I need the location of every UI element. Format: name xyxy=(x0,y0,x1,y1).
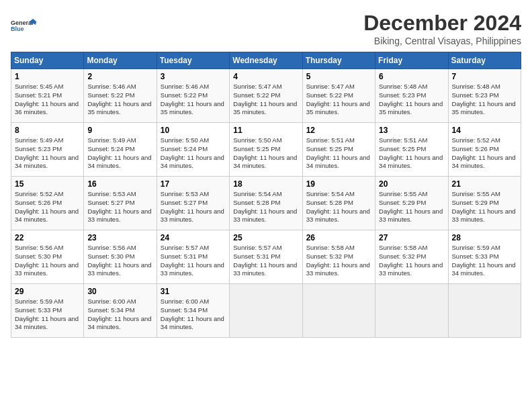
calendar-cell: 20 Sunrise: 5:55 AMSunset: 5:29 PMDaylig… xyxy=(375,177,448,230)
calendar-cell: 11 Sunrise: 5:50 AMSunset: 5:25 PMDaylig… xyxy=(230,123,302,177)
day-number: 11 xyxy=(233,126,298,135)
day-info: Sunrise: 5:49 AMSunset: 5:24 PMDaylight:… xyxy=(87,136,152,171)
week-row-1: 1 Sunrise: 5:45 AMSunset: 5:21 PMDayligh… xyxy=(11,69,521,123)
day-info: Sunrise: 5:47 AMSunset: 5:22 PMDaylight:… xyxy=(233,83,298,117)
day-number: 14 xyxy=(452,126,517,135)
day-number: 6 xyxy=(379,72,444,81)
day-info: Sunrise: 6:00 AMSunset: 5:34 PMDaylight:… xyxy=(161,298,226,332)
day-number: 28 xyxy=(452,233,517,242)
day-number: 16 xyxy=(87,179,152,189)
day-info: Sunrise: 5:59 AMSunset: 5:33 PMDaylight:… xyxy=(15,298,80,332)
day-number: 20 xyxy=(379,179,444,189)
week-row-2: 8 Sunrise: 5:49 AMSunset: 5:23 PMDayligh… xyxy=(11,123,521,177)
calendar-cell: 21 Sunrise: 5:55 AMSunset: 5:29 PMDaylig… xyxy=(448,177,521,230)
day-info: Sunrise: 5:55 AMSunset: 5:29 PMDaylight:… xyxy=(379,190,444,224)
day-info: Sunrise: 5:52 AMSunset: 5:26 PMDaylight:… xyxy=(452,136,517,171)
day-number: 24 xyxy=(161,233,226,242)
day-number: 9 xyxy=(87,126,152,135)
calendar-cell: 30 Sunrise: 6:00 AMSunset: 5:34 PMDaylig… xyxy=(84,284,157,338)
day-info: Sunrise: 5:48 AMSunset: 5:23 PMDaylight:… xyxy=(452,83,517,117)
header-friday: Friday xyxy=(375,52,448,69)
month-title: December 2024 xyxy=(363,11,521,36)
svg-text:Blue: Blue xyxy=(11,26,24,32)
calendar-cell: 4 Sunrise: 5:47 AMSunset: 5:22 PMDayligh… xyxy=(230,69,302,123)
day-number: 21 xyxy=(452,179,517,189)
day-info: Sunrise: 5:50 AMSunset: 5:25 PMDaylight:… xyxy=(233,136,298,171)
calendar-cell: 22 Sunrise: 5:56 AMSunset: 5:30 PMDaylig… xyxy=(11,230,84,284)
day-info: Sunrise: 5:55 AMSunset: 5:29 PMDaylight:… xyxy=(452,190,517,224)
day-number: 29 xyxy=(15,287,80,296)
week-row-5: 29 Sunrise: 5:59 AMSunset: 5:33 PMDaylig… xyxy=(11,284,521,338)
calendar-cell: 12 Sunrise: 5:51 AMSunset: 5:25 PMDaylig… xyxy=(302,123,375,177)
location-subtitle: Biking, Central Visayas, Philippines xyxy=(363,36,521,46)
week-row-4: 22 Sunrise: 5:56 AMSunset: 5:30 PMDaylig… xyxy=(11,230,521,284)
day-info: Sunrise: 5:46 AMSunset: 5:22 PMDaylight:… xyxy=(161,83,226,117)
header-saturday: Saturday xyxy=(448,52,521,69)
day-info: Sunrise: 5:59 AMSunset: 5:33 PMDaylight:… xyxy=(452,244,517,278)
calendar-cell: 3 Sunrise: 5:46 AMSunset: 5:22 PMDayligh… xyxy=(157,69,229,123)
day-number: 2 xyxy=(87,72,152,81)
day-number: 26 xyxy=(306,233,371,242)
header-wednesday: Wednesday xyxy=(230,52,302,69)
day-number: 4 xyxy=(233,72,298,81)
calendar-cell: 8 Sunrise: 5:49 AMSunset: 5:23 PMDayligh… xyxy=(11,123,84,177)
header-monday: Monday xyxy=(84,52,157,69)
day-number: 12 xyxy=(306,126,371,135)
day-number: 22 xyxy=(15,233,80,242)
day-info: Sunrise: 5:56 AMSunset: 5:30 PMDaylight:… xyxy=(15,244,80,278)
day-info: Sunrise: 5:46 AMSunset: 5:22 PMDaylight:… xyxy=(87,83,152,117)
calendar-cell xyxy=(302,284,375,338)
calendar-cell: 1 Sunrise: 5:45 AMSunset: 5:21 PMDayligh… xyxy=(11,69,84,123)
calendar-cell: 5 Sunrise: 5:47 AMSunset: 5:22 PMDayligh… xyxy=(302,69,375,123)
calendar-cell xyxy=(375,284,448,338)
title-block: December 2024 Biking, Central Visayas, P… xyxy=(363,11,521,46)
day-info: Sunrise: 5:57 AMSunset: 5:31 PMDaylight:… xyxy=(161,244,226,278)
day-info: Sunrise: 5:51 AMSunset: 5:25 PMDaylight:… xyxy=(379,136,444,171)
day-info: Sunrise: 5:54 AMSunset: 5:28 PMDaylight:… xyxy=(233,190,298,224)
day-info: Sunrise: 5:58 AMSunset: 5:32 PMDaylight:… xyxy=(379,244,444,278)
day-info: Sunrise: 5:53 AMSunset: 5:27 PMDaylight:… xyxy=(161,190,226,224)
calendar-cell: 27 Sunrise: 5:58 AMSunset: 5:32 PMDaylig… xyxy=(375,230,448,284)
calendar-cell: 26 Sunrise: 5:58 AMSunset: 5:32 PMDaylig… xyxy=(302,230,375,284)
day-info: Sunrise: 5:57 AMSunset: 5:31 PMDaylight:… xyxy=(233,244,298,278)
page-header: General Blue December 2024 Biking, Centr… xyxy=(11,11,521,46)
day-number: 23 xyxy=(87,233,152,242)
header-tuesday: Tuesday xyxy=(157,52,229,69)
header-sunday: Sunday xyxy=(11,52,84,69)
day-number: 10 xyxy=(161,126,226,135)
calendar-cell: 7 Sunrise: 5:48 AMSunset: 5:23 PMDayligh… xyxy=(448,69,521,123)
calendar-cell: 24 Sunrise: 5:57 AMSunset: 5:31 PMDaylig… xyxy=(157,230,229,284)
day-info: Sunrise: 5:47 AMSunset: 5:22 PMDaylight:… xyxy=(306,83,371,117)
calendar-cell: 14 Sunrise: 5:52 AMSunset: 5:26 PMDaylig… xyxy=(448,123,521,177)
calendar-cell: 31 Sunrise: 6:00 AMSunset: 5:34 PMDaylig… xyxy=(157,284,229,338)
calendar-cell: 17 Sunrise: 5:53 AMSunset: 5:27 PMDaylig… xyxy=(157,177,229,230)
day-number: 31 xyxy=(161,287,226,296)
calendar-table: SundayMondayTuesdayWednesdayThursdayFrid… xyxy=(11,52,521,338)
day-number: 8 xyxy=(15,126,80,135)
day-info: Sunrise: 5:50 AMSunset: 5:24 PMDaylight:… xyxy=(161,136,226,171)
header-thursday: Thursday xyxy=(302,52,375,69)
day-number: 17 xyxy=(161,179,226,189)
header-row: SundayMondayTuesdayWednesdayThursdayFrid… xyxy=(11,52,521,69)
day-number: 1 xyxy=(15,72,80,81)
calendar-cell: 6 Sunrise: 5:48 AMSunset: 5:23 PMDayligh… xyxy=(375,69,448,123)
day-info: Sunrise: 5:49 AMSunset: 5:23 PMDaylight:… xyxy=(15,136,80,171)
calendar-cell: 2 Sunrise: 5:46 AMSunset: 5:22 PMDayligh… xyxy=(84,69,157,123)
day-number: 13 xyxy=(379,126,444,135)
calendar-cell: 19 Sunrise: 5:54 AMSunset: 5:28 PMDaylig… xyxy=(302,177,375,230)
calendar-cell: 16 Sunrise: 5:53 AMSunset: 5:27 PMDaylig… xyxy=(84,177,157,230)
day-info: Sunrise: 5:48 AMSunset: 5:23 PMDaylight:… xyxy=(379,83,444,117)
calendar-cell: 18 Sunrise: 5:54 AMSunset: 5:28 PMDaylig… xyxy=(230,177,302,230)
calendar-cell: 13 Sunrise: 5:51 AMSunset: 5:25 PMDaylig… xyxy=(375,123,448,177)
day-number: 5 xyxy=(306,72,371,81)
calendar-cell xyxy=(230,284,302,338)
day-info: Sunrise: 5:56 AMSunset: 5:30 PMDaylight:… xyxy=(87,244,152,278)
day-number: 18 xyxy=(233,179,298,189)
calendar-cell: 10 Sunrise: 5:50 AMSunset: 5:24 PMDaylig… xyxy=(157,123,229,177)
calendar-cell: 15 Sunrise: 5:52 AMSunset: 5:26 PMDaylig… xyxy=(11,177,84,230)
day-number: 19 xyxy=(306,179,371,189)
calendar-cell: 23 Sunrise: 5:56 AMSunset: 5:30 PMDaylig… xyxy=(84,230,157,284)
day-info: Sunrise: 5:53 AMSunset: 5:27 PMDaylight:… xyxy=(87,190,152,224)
day-info: Sunrise: 5:54 AMSunset: 5:28 PMDaylight:… xyxy=(306,190,371,224)
week-row-3: 15 Sunrise: 5:52 AMSunset: 5:26 PMDaylig… xyxy=(11,177,521,230)
